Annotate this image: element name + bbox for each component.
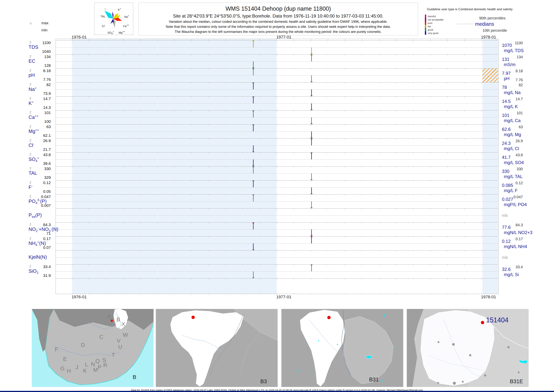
- sample-bar: [253, 69, 254, 75]
- guideline-class-label: harmful: [428, 15, 436, 18]
- month-tick: [157, 265, 158, 266]
- sample-bar: [253, 181, 254, 187]
- month-tick: [226, 111, 226, 112]
- month-tick: [242, 39, 243, 40]
- month-tick: [123, 195, 123, 196]
- month-tick: [123, 223, 123, 224]
- month-tick: [396, 111, 396, 112]
- month-tick: [174, 97, 175, 98]
- month-tick: [328, 237, 328, 238]
- drainage-letter: B: [117, 316, 120, 322]
- month-tick: [89, 139, 89, 140]
- month-tick: [260, 97, 260, 98]
- sample-value-cap: [311, 207, 312, 208]
- axis-month-tick: [328, 294, 328, 294]
- month-tick: [277, 195, 277, 196]
- month-tick: [123, 181, 123, 182]
- month-tick: [294, 153, 294, 154]
- maucha-ion-label: Ca++: [123, 24, 129, 28]
- month-tick: [464, 69, 465, 70]
- month-tick: [396, 83, 396, 84]
- gridline: [56, 103, 498, 104]
- sample-value-cap: [252, 69, 254, 69]
- month-tick: [226, 195, 226, 196]
- month-tick: [345, 41, 345, 42]
- month-tick: [311, 69, 311, 70]
- unit-label: mg/L Na: [504, 90, 521, 95]
- plot-area: [55, 39, 499, 294]
- month-tick: [242, 181, 243, 182]
- guideline-class-swatch: [425, 31, 426, 35]
- month-tick: [174, 265, 175, 266]
- axis-year-label: 1977-01: [273, 294, 295, 299]
- p10-label: 10th percentile: [483, 28, 507, 33]
- month-tick: [379, 209, 379, 210]
- month-tick: [242, 83, 243, 84]
- month-tick: [430, 181, 430, 182]
- drainage-letter: H: [67, 368, 71, 374]
- month-tick: [413, 181, 413, 182]
- month-tick: [464, 111, 465, 112]
- month-tick: [226, 39, 226, 40]
- sample-bar: [311, 187, 312, 194]
- month-tick: [481, 111, 482, 112]
- dam: [366, 356, 372, 359]
- month-tick: [106, 237, 106, 238]
- month-tick: [464, 195, 465, 196]
- month-tick: [294, 125, 294, 126]
- drainage-letter: D: [81, 342, 85, 348]
- sample-bar: [311, 201, 312, 208]
- month-tick: [242, 41, 243, 42]
- month-tick: [362, 251, 362, 252]
- sample-value-cap: [252, 83, 254, 83]
- month-tick: [123, 55, 123, 56]
- axis-year-label: 1977-01: [273, 35, 295, 40]
- dam: [384, 315, 386, 316]
- sample-value-cap: [252, 249, 254, 250]
- guideline-class-swatch: [425, 18, 426, 21]
- month-tick: [277, 139, 277, 140]
- month-tick: [89, 251, 89, 252]
- map-panel-b: ABXWCVUDFETSQRNLPMJKGHB: [32, 309, 153, 387]
- right-min-value: 7.76: [504, 78, 523, 82]
- drainage-letter: L: [85, 361, 88, 368]
- month-tick: [396, 251, 396, 252]
- month-tick: [208, 97, 209, 98]
- axis-month-tick: [208, 294, 209, 294]
- month-tick: [328, 167, 328, 168]
- month-tick: [328, 39, 328, 40]
- month-tick: [242, 55, 243, 56]
- month-tick: [464, 41, 465, 42]
- month-tick: [430, 167, 430, 168]
- month-tick: [379, 279, 379, 280]
- maucha-ion-label: Cl-: [102, 24, 105, 28]
- medians-label: medians: [475, 21, 494, 27]
- month-tick: [379, 125, 379, 126]
- month-tick: [311, 181, 311, 182]
- month-tick: [379, 111, 379, 112]
- month-tick: [208, 223, 209, 224]
- month-tick: [260, 39, 260, 40]
- month-tick: [464, 209, 465, 210]
- month-tick: [123, 39, 123, 40]
- month-tick: [345, 69, 345, 70]
- guideline-class-swatch: [425, 28, 426, 31]
- unit-label: mg/L Mg: [504, 132, 521, 137]
- panel-label: B: [133, 374, 136, 380]
- month-tick: [464, 237, 465, 238]
- month-tick: [123, 111, 123, 112]
- settlement-patch: [518, 371, 520, 373]
- month-tick: [345, 265, 345, 266]
- month-tick: [89, 55, 89, 56]
- month-tick: [157, 237, 158, 238]
- gridline: [56, 271, 498, 272]
- drainage-letter: K: [83, 368, 87, 374]
- month-tick: [106, 41, 106, 42]
- month-tick: [106, 167, 106, 168]
- month-tick: [379, 69, 379, 70]
- dam: [298, 370, 300, 371]
- axis-month-tick: [226, 294, 226, 294]
- month-tick: [242, 167, 243, 168]
- month-tick: [89, 181, 89, 182]
- gridline: [56, 145, 498, 146]
